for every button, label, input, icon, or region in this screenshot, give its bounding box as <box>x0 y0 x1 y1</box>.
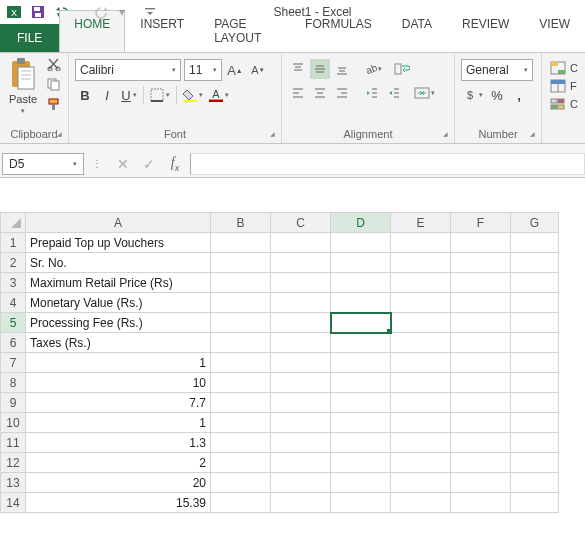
cell-G5[interactable] <box>511 313 559 333</box>
cell-A6[interactable]: Taxes (Rs.) <box>26 333 211 353</box>
cell-B14[interactable] <box>211 493 271 513</box>
percent-format-icon[interactable]: % <box>487 85 507 105</box>
cell-B11[interactable] <box>211 433 271 453</box>
cell-B12[interactable] <box>211 453 271 473</box>
cell-E14[interactable] <box>391 493 451 513</box>
row-header-3[interactable]: 3 <box>1 273 26 293</box>
cell-C8[interactable] <box>271 373 331 393</box>
cell-E4[interactable] <box>391 293 451 313</box>
cell-D13[interactable] <box>331 473 391 493</box>
row-header-10[interactable]: 10 <box>1 413 26 433</box>
formula-input[interactable] <box>190 153 585 175</box>
cell-G1[interactable] <box>511 233 559 253</box>
cell-E5[interactable] <box>391 313 451 333</box>
cell-F9[interactable] <box>451 393 511 413</box>
cell-E7[interactable] <box>391 353 451 373</box>
name-box[interactable]: D5▾ <box>2 153 84 175</box>
column-header-D[interactable]: D <box>331 213 391 233</box>
cut-icon[interactable] <box>46 57 64 73</box>
cell-C1[interactable] <box>271 233 331 253</box>
cell-E6[interactable] <box>391 333 451 353</box>
cell-D6[interactable] <box>331 333 391 353</box>
cell-D10[interactable] <box>331 413 391 433</box>
cell-A10[interactable]: 1 <box>26 413 211 433</box>
row-header-8[interactable]: 8 <box>1 373 26 393</box>
cell-C2[interactable] <box>271 253 331 273</box>
cell-D1[interactable] <box>331 233 391 253</box>
cell-A1[interactable]: Prepaid Top up Vouchers <box>26 233 211 253</box>
cell-E9[interactable] <box>391 393 451 413</box>
cell-G4[interactable] <box>511 293 559 313</box>
borders-button[interactable] <box>148 85 172 105</box>
paste-button[interactable]: Paste ▾ <box>4 55 42 117</box>
cell-C13[interactable] <box>271 473 331 493</box>
cell-styles-icon[interactable]: C <box>548 95 580 113</box>
cell-B2[interactable] <box>211 253 271 273</box>
cell-F2[interactable] <box>451 253 511 273</box>
row-header-14[interactable]: 14 <box>1 493 26 513</box>
cell-E3[interactable] <box>391 273 451 293</box>
cell-A8[interactable]: 10 <box>26 373 211 393</box>
row-header-1[interactable]: 1 <box>1 233 26 253</box>
cell-F5[interactable] <box>451 313 511 333</box>
cell-B3[interactable] <box>211 273 271 293</box>
cell-C7[interactable] <box>271 353 331 373</box>
cell-F6[interactable] <box>451 333 511 353</box>
align-middle-icon[interactable] <box>310 59 330 79</box>
format-table-icon[interactable]: F <box>548 77 579 95</box>
enter-icon[interactable]: ✓ <box>136 153 162 175</box>
cell-F4[interactable] <box>451 293 511 313</box>
cell-F8[interactable] <box>451 373 511 393</box>
cell-D5[interactable] <box>331 313 391 333</box>
cell-A2[interactable]: Sr. No. <box>26 253 211 273</box>
tab-home[interactable]: HOME <box>59 10 125 52</box>
save-icon[interactable] <box>30 4 46 20</box>
row-header-13[interactable]: 13 <box>1 473 26 493</box>
cell-E13[interactable] <box>391 473 451 493</box>
row-header-4[interactable]: 4 <box>1 293 26 313</box>
cell-F13[interactable] <box>451 473 511 493</box>
cell-G6[interactable] <box>511 333 559 353</box>
cell-D4[interactable] <box>331 293 391 313</box>
cell-D9[interactable] <box>331 393 391 413</box>
cell-B8[interactable] <box>211 373 271 393</box>
cell-E12[interactable] <box>391 453 451 473</box>
decrease-indent-icon[interactable] <box>362 83 382 103</box>
font-color-button[interactable]: A <box>207 85 231 105</box>
cell-D14[interactable] <box>331 493 391 513</box>
cell-A14[interactable]: 15.39 <box>26 493 211 513</box>
tab-review[interactable]: REVIEW <box>447 10 524 52</box>
worksheet-grid[interactable]: ABCDEFG 1Prepaid Top up Vouchers2Sr. No.… <box>0 212 585 513</box>
cell-G9[interactable] <box>511 393 559 413</box>
cell-F1[interactable] <box>451 233 511 253</box>
cell-D12[interactable] <box>331 453 391 473</box>
column-header-E[interactable]: E <box>391 213 451 233</box>
column-header-A[interactable]: A <box>26 213 211 233</box>
cell-G2[interactable] <box>511 253 559 273</box>
cell-A5[interactable]: Processing Fee (Rs.) <box>26 313 211 333</box>
cell-C12[interactable] <box>271 453 331 473</box>
align-top-icon[interactable] <box>288 59 308 79</box>
cell-C10[interactable] <box>271 413 331 433</box>
cell-C9[interactable] <box>271 393 331 413</box>
decrease-font-icon[interactable]: A▼ <box>248 60 268 80</box>
cell-F14[interactable] <box>451 493 511 513</box>
name-box-expand-icon[interactable]: ⋮ <box>84 153 110 175</box>
underline-button[interactable]: U <box>119 85 139 105</box>
column-header-G[interactable]: G <box>511 213 559 233</box>
cell-A4[interactable]: Monetary Value (Rs.) <box>26 293 211 313</box>
conditional-formatting-icon[interactable]: C <box>548 59 580 77</box>
cell-E10[interactable] <box>391 413 451 433</box>
cell-A11[interactable]: 1.3 <box>26 433 211 453</box>
tab-view[interactable]: VIEW <box>524 10 585 52</box>
cell-B5[interactable] <box>211 313 271 333</box>
cell-E2[interactable] <box>391 253 451 273</box>
row-header-11[interactable]: 11 <box>1 433 26 453</box>
cell-F11[interactable] <box>451 433 511 453</box>
row-header-7[interactable]: 7 <box>1 353 26 373</box>
cell-G3[interactable] <box>511 273 559 293</box>
cell-A13[interactable]: 20 <box>26 473 211 493</box>
fill-color-button[interactable] <box>181 85 205 105</box>
select-all-corner[interactable] <box>1 213 26 233</box>
cell-G7[interactable] <box>511 353 559 373</box>
